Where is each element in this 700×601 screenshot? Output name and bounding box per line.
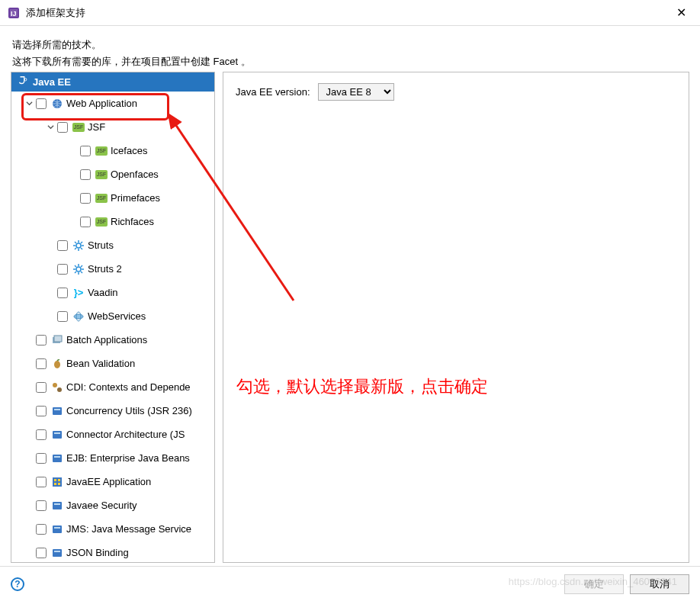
tree-item[interactable]: JSFOpenfaces — [11, 162, 214, 186]
window-title: 添加框架支持 — [26, 6, 670, 20]
tree-item[interactable]: Struts 2 — [11, 257, 214, 281]
expander-icon[interactable] — [24, 524, 34, 535]
svg-line-20 — [81, 272, 82, 273]
tree-item-label: EJB: Enterprise Java Beans — [66, 452, 190, 464]
tree-checkbox[interactable] — [36, 406, 47, 416]
tree-checkbox[interactable] — [80, 146, 91, 156]
tree-checkbox[interactable] — [57, 311, 68, 322]
expander-icon[interactable] — [24, 477, 34, 487]
tree-item[interactable]: WebServices — [11, 304, 214, 328]
version-select[interactable]: Java EE 8 — [318, 83, 394, 101]
main: Java EE Web ApplicationJSFJSFJSFIcefaces… — [11, 72, 689, 563]
expander-icon[interactable] — [45, 311, 56, 322]
web-icon — [51, 98, 63, 110]
java-icon — [18, 76, 28, 88]
jsf-icon: JSF — [72, 121, 85, 133]
titlebar: IJ 添加框架支持 ✕ — [0, 0, 700, 26]
tree-item[interactable]: Javaee Security — [11, 493, 214, 517]
svg-line-11 — [81, 248, 82, 249]
tree-checkbox[interactable] — [57, 288, 68, 298]
ok-button[interactable]: 确定 — [564, 574, 624, 594]
tree-checkbox[interactable] — [36, 358, 47, 369]
tree-checkbox[interactable] — [80, 193, 91, 204]
tree-item[interactable]: JSFPrimefaces — [11, 186, 214, 210]
svg-point-14 — [76, 267, 81, 272]
tree-checkbox[interactable] — [57, 240, 68, 251]
expander-icon[interactable] — [24, 429, 34, 440]
svg-rect-32 — [53, 431, 62, 439]
tree-checkbox[interactable] — [57, 122, 68, 133]
expander-icon[interactable] — [24, 382, 34, 393]
intro: 请选择所需的技术。 这将下载所有需要的库，并在项目配置中创建 Facet 。 — [0, 26, 700, 78]
tree-checkbox[interactable] — [80, 169, 91, 180]
expander-icon[interactable] — [24, 406, 34, 416]
tree-checkbox[interactable] — [36, 477, 47, 487]
tree-item[interactable]: Bean Validation — [11, 352, 214, 375]
svg-rect-46 — [54, 551, 60, 552]
close-icon[interactable]: ✕ — [670, 2, 692, 23]
tree-checkbox[interactable] — [36, 548, 47, 558]
expander-icon[interactable] — [68, 217, 79, 227]
tree-item-label: Bean Validation — [66, 358, 135, 369]
svg-rect-26 — [54, 336, 62, 342]
cancel-button[interactable]: 取消 — [630, 574, 689, 594]
tree-checkbox[interactable] — [36, 500, 47, 511]
tree-scroll[interactable]: Web ApplicationJSFJSFJSFIcefacesJSFOpenf… — [11, 92, 214, 562]
jsf-icon: JSF — [95, 145, 108, 157]
tree-item[interactable]: JavaEE Application — [11, 470, 214, 493]
intro-line1: 请选择所需的技术。 — [12, 37, 688, 53]
tree-checkbox[interactable] — [36, 335, 47, 345]
tree-checkbox[interactable] — [36, 382, 47, 393]
expander-icon[interactable] — [45, 122, 56, 133]
tree-item[interactable]: Connector Architecture (JS — [11, 423, 214, 446]
expander-icon[interactable] — [68, 193, 79, 204]
tree-item-label: Web Application — [66, 98, 137, 109]
expander-icon[interactable] — [24, 548, 34, 558]
tree-item[interactable]: JSFRichfaces — [11, 210, 214, 233]
tree-item[interactable]: JSON Binding — [11, 541, 214, 562]
tree-item[interactable]: EJB: Enterprise Java Beans — [11, 446, 214, 470]
svg-rect-37 — [54, 479, 56, 481]
svg-point-27 — [54, 361, 60, 368]
tree-item[interactable]: Batch Applications — [11, 328, 214, 352]
svg-rect-34 — [53, 455, 62, 462]
tree-item[interactable]: CDI: Contexts and Depende — [11, 375, 214, 399]
tree-item[interactable]: Struts — [11, 233, 214, 257]
expander-icon[interactable] — [45, 264, 56, 275]
gear-icon — [72, 263, 85, 275]
svg-point-28 — [53, 383, 57, 387]
svg-rect-43 — [53, 525, 62, 533]
tree-checkbox[interactable] — [57, 264, 68, 275]
tree-header[interactable]: Java EE — [11, 72, 214, 92]
tree-item[interactable]: Concurrency Utils (JSR 236) — [11, 399, 214, 423]
expander-icon[interactable] — [24, 335, 34, 345]
tree-item-label: Openfaces — [111, 169, 159, 180]
ws-icon — [72, 310, 85, 323]
help-icon[interactable]: ? — [11, 577, 24, 591]
expander-icon[interactable] — [68, 146, 79, 156]
expander-icon[interactable] — [24, 453, 34, 464]
jsf-icon: JSF — [95, 216, 108, 228]
detail-panel: Java EE version: Java EE 8 — [223, 72, 689, 563]
expander-icon[interactable] — [24, 358, 34, 369]
tree-checkbox[interactable] — [36, 453, 47, 464]
tree-item[interactable]: }>Vaadin — [11, 281, 214, 304]
expander-icon[interactable] — [24, 500, 34, 511]
tree-item-label: Struts 2 — [88, 263, 122, 275]
tree-item[interactable]: Web Application — [11, 92, 214, 115]
expander-icon[interactable] — [45, 288, 56, 298]
tree-checkbox[interactable] — [36, 429, 47, 440]
expander-icon[interactable] — [68, 169, 79, 180]
expander-icon[interactable] — [24, 98, 34, 109]
expander-icon[interactable] — [45, 240, 56, 251]
tree-item[interactable]: JMS: Java Message Service — [11, 517, 214, 541]
batch-icon — [51, 334, 63, 346]
tree-item-label: Batch Applications — [66, 334, 147, 345]
tree-header-label: Java EE — [33, 76, 71, 88]
tree-checkbox[interactable] — [36, 524, 47, 535]
tree-checkbox[interactable] — [80, 217, 91, 227]
tree-item[interactable]: JSFIcefaces — [11, 139, 214, 162]
tree-item[interactable]: JSFJSF — [11, 115, 214, 139]
svg-rect-41 — [53, 502, 62, 509]
tree-checkbox[interactable] — [36, 98, 47, 109]
